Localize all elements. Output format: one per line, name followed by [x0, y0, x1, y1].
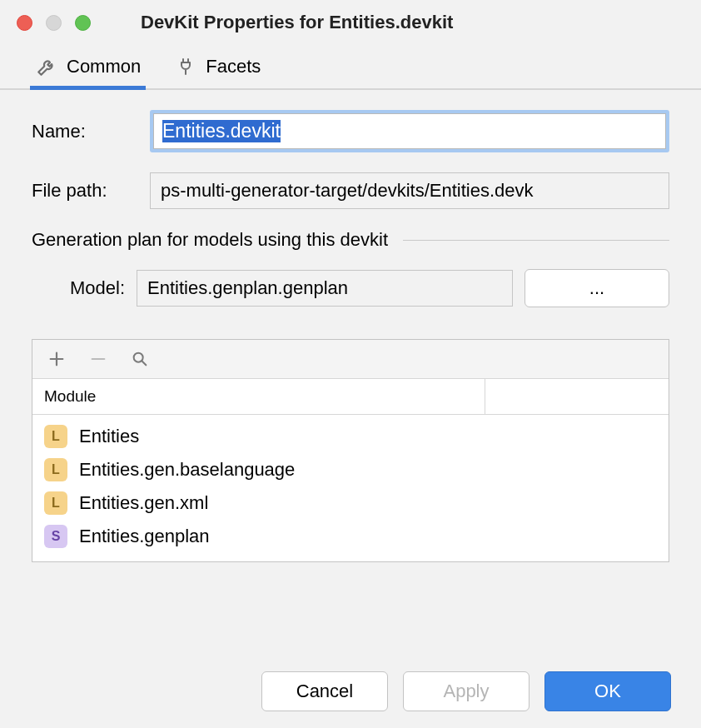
plug-icon: [174, 55, 197, 78]
modules-table-head: Module: [32, 379, 669, 415]
tab-common[interactable]: Common: [35, 45, 141, 88]
wrench-icon: [35, 55, 58, 78]
tab-facets[interactable]: Facets: [174, 45, 261, 88]
model-field: Entities.genplan.genplan: [137, 270, 513, 307]
modules-toolbar: [32, 340, 669, 379]
model-label: Model:: [70, 277, 125, 299]
table-row[interactable]: LEntities: [32, 420, 669, 453]
name-label: Name:: [32, 121, 132, 142]
filepath-label: File path:: [32, 180, 132, 202]
search-icon[interactable]: [129, 348, 151, 370]
divider-line: [403, 240, 669, 241]
name-input[interactable]: [153, 113, 666, 149]
language-badge-icon: L: [44, 458, 67, 481]
solution-badge-icon: S: [44, 525, 67, 548]
module-name: Entities.gen.xml: [79, 492, 208, 514]
module-name: Entities.gen.baselanguage: [79, 459, 295, 481]
modules-rows: LEntitiesLEntities.gen.baselanguageLEnti…: [32, 415, 669, 561]
modules-spacer-column: [485, 379, 669, 414]
module-name: Entities.genplan: [79, 526, 210, 547]
ok-button[interactable]: OK: [544, 671, 671, 711]
tab-facets-label: Facets: [206, 56, 261, 77]
window-zoom-button[interactable]: [75, 15, 91, 31]
filepath-row: File path: ps-multi-generator-target/dev…: [32, 172, 669, 209]
modules-table: Module LEntitiesLEntities.gen.baselangua…: [32, 339, 669, 562]
table-row[interactable]: SEntities.genplan: [32, 520, 669, 553]
window-minimize-button[interactable]: [46, 15, 62, 31]
genplan-section-header: Generation plan for models using this de…: [32, 229, 669, 251]
model-row: Model: Entities.genplan.genplan ...: [32, 269, 669, 307]
add-icon[interactable]: [46, 348, 67, 370]
genplan-section-title: Generation plan for models using this de…: [32, 229, 388, 251]
language-badge-icon: L: [44, 491, 67, 515]
table-row[interactable]: LEntities.gen.baselanguage: [32, 453, 669, 486]
form-area: Name: File path: ps-multi-generator-targ…: [0, 90, 701, 307]
name-row: Name:: [32, 110, 669, 152]
module-name: Entities: [79, 426, 139, 447]
traffic-lights: [17, 15, 91, 31]
dialog-footer: Cancel Apply OK: [261, 671, 671, 711]
apply-button[interactable]: Apply: [403, 671, 529, 711]
remove-icon[interactable]: [87, 348, 109, 370]
name-input-focus-ring: [150, 110, 669, 152]
language-badge-icon: L: [44, 425, 67, 448]
filepath-field: ps-multi-generator-target/devkits/Entiti…: [150, 172, 669, 209]
window-close-button[interactable]: [17, 15, 32, 31]
table-row[interactable]: LEntities.gen.xml: [32, 486, 669, 520]
tabs-row: Common Facets: [0, 45, 701, 90]
module-column-header: Module: [32, 379, 485, 414]
titlebar: DevKit Properties for Entities.devkit: [0, 0, 701, 45]
cancel-button[interactable]: Cancel: [261, 671, 388, 711]
model-browse-button[interactable]: ...: [525, 269, 669, 307]
window-title: DevKit Properties for Entities.devkit: [141, 12, 453, 33]
tab-common-label: Common: [67, 56, 141, 77]
